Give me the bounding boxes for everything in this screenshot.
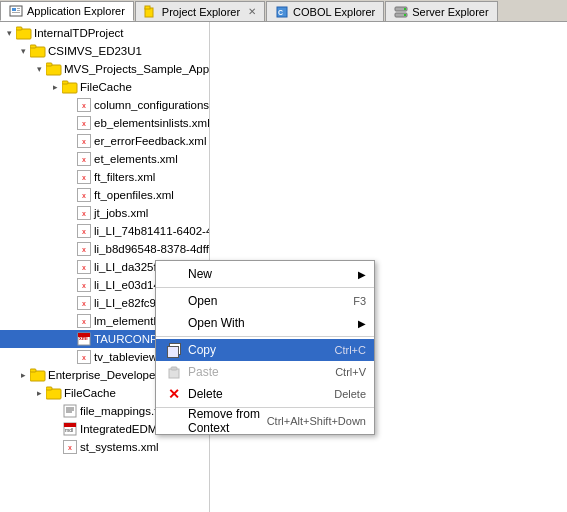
svg-rect-4	[12, 12, 20, 13]
remove-context-shortcut: Ctrl+Alt+Shift+Down	[267, 415, 366, 427]
svg-rect-14	[16, 27, 22, 30]
expander-csimvs[interactable]: ▾	[16, 42, 30, 60]
expander-filecache[interactable]: ▸	[48, 78, 62, 96]
svg-rect-16	[30, 45, 36, 48]
delete-shortcut: Delete	[334, 388, 366, 400]
menu-label-open-with: Open With	[188, 316, 354, 330]
expander-enterprise[interactable]: ▸	[16, 366, 30, 384]
tree-item-ft-open[interactable]: x ft_openfiles.xml	[0, 186, 209, 204]
new-submenu-arrow: ▶	[358, 269, 366, 280]
paste-shortcut: Ctrl+V	[335, 366, 366, 378]
tree-label-eb-elem: eb_elementsinlists.xml	[94, 117, 210, 129]
tree-item-jt-jobs[interactable]: x jt_jobs.xml	[0, 204, 209, 222]
tree-label-enterprise: Enterprise_Developer	[48, 369, 159, 381]
tree-item-er-error[interactable]: x er_errorFeedback.xml	[0, 132, 209, 150]
cobol-explorer-icon: C	[275, 5, 289, 19]
tree-label-li-74b: li_LI_74b81411-6402-47e1-a8c6-59223010d7…	[94, 225, 210, 237]
svg-rect-27	[46, 387, 52, 390]
xml-icon-li-e82: x	[76, 295, 92, 311]
menu-item-open-with[interactable]: Open With ▶	[156, 312, 374, 334]
app-explorer-icon	[9, 4, 23, 18]
menu-item-copy[interactable]: Copy Ctrl+C	[156, 339, 374, 361]
tree-label-er-error: er_errorFeedback.xml	[94, 135, 206, 147]
svg-point-11	[404, 8, 406, 10]
tab-server-explorer-label: Server Explorer	[412, 6, 488, 18]
xml-icon-et-elem: x	[76, 151, 92, 167]
menu-label-paste: Paste	[188, 365, 335, 379]
expander-root[interactable]: ▾	[2, 24, 16, 42]
tree-item-et-elem[interactable]: x et_elements.xml	[0, 150, 209, 168]
folder-icon-filecache	[62, 79, 78, 95]
tree-label-filecache2: FileCache	[64, 387, 116, 399]
svg-rect-18	[46, 63, 52, 66]
menu-label-remove-context: Remove from Context	[188, 407, 267, 435]
svg-rect-1	[12, 8, 16, 11]
tab-close-icon[interactable]: ✕	[248, 6, 256, 17]
tree-item-eb-elem[interactable]: x eb_elementsinlists.xml	[0, 114, 209, 132]
tab-app-explorer[interactable]: Application Explorer	[0, 1, 134, 21]
paste-icon	[164, 365, 184, 379]
tree-item-st-sys[interactable]: x st_systems.xml	[0, 438, 209, 456]
tree-item-mvs[interactable]: ▾ MVS_Projects_Sample_Application	[0, 60, 209, 78]
txt-icon-file-map	[62, 403, 78, 419]
tree-label-mvs: MVS_Projects_Sample_Application	[64, 63, 210, 75]
menu-label-open: Open	[188, 294, 353, 308]
svg-rect-2	[17, 8, 20, 9]
svg-point-12	[404, 14, 406, 16]
tab-project-explorer-label: Project Explorer	[162, 6, 240, 18]
menu-item-delete[interactable]: ✕ Delete Delete	[156, 383, 374, 405]
xml-icon-jt-jobs: x	[76, 205, 92, 221]
copy-shortcut: Ctrl+C	[335, 344, 366, 356]
main-panel: ▾ InternalTDProject ▾ CSIMVS_ED23U1	[0, 22, 567, 512]
menu-label-delete: Delete	[188, 387, 334, 401]
menu-label-new: New	[188, 267, 354, 281]
xml-icon-li-da3: x	[76, 259, 92, 275]
xml-icon-column-conf: x	[76, 97, 92, 113]
svg-rect-3	[17, 10, 20, 11]
folder-icon-mvs	[46, 61, 62, 77]
folder-icon-enterprise	[30, 367, 46, 383]
expander-mvs[interactable]: ▾	[32, 60, 46, 78]
menu-label-copy: Copy	[188, 343, 335, 357]
tree-label-ft-filters: ft_filters.xml	[94, 171, 155, 183]
menu-item-paste[interactable]: Paste Ctrl+V	[156, 361, 374, 383]
tree-item-ft-filters[interactable]: x ft_filters.xml	[0, 168, 209, 186]
tree-item-li-74b[interactable]: x li_LI_74b81411-6402-47e1-a8c6-59223010…	[0, 222, 209, 240]
tab-bar: Application Explorer Project Explorer ✕ …	[0, 0, 567, 22]
svg-rect-6	[145, 6, 150, 9]
tab-cobol-explorer-label: COBOL Explorer	[293, 6, 375, 18]
tree-item-csimvs[interactable]: ▾ CSIMVS_ED23U1	[0, 42, 209, 60]
tree-label-jt-jobs: jt_jobs.xml	[94, 207, 148, 219]
tree-item-filecache[interactable]: ▸ FileCache	[0, 78, 209, 96]
svg-rect-36	[171, 367, 177, 370]
menu-item-remove-context[interactable]: Remove from Context Ctrl+Alt+Shift+Down	[156, 410, 374, 432]
project-explorer-icon	[144, 5, 158, 19]
expander-filecache2[interactable]: ▸	[32, 384, 46, 402]
svg-rect-28	[64, 405, 76, 417]
svg-text:C: C	[278, 9, 283, 16]
tree-label-filecache: FileCache	[80, 81, 132, 93]
tab-cobol-explorer[interactable]: C COBOL Explorer	[266, 1, 384, 21]
xml-icon-tv-table: x	[76, 349, 92, 365]
tree-label-root: InternalTDProject	[34, 27, 123, 39]
tree-item-column-conf[interactable]: x column_configurations.xml	[0, 96, 209, 114]
xml-special-icon-taurconf: xml	[76, 331, 92, 347]
xml-icon-ft-filters: x	[76, 169, 92, 185]
tab-project-explorer[interactable]: Project Explorer ✕	[135, 1, 265, 21]
menu-divider-1	[156, 287, 374, 288]
copy-icon	[164, 343, 184, 357]
tree-item-root[interactable]: ▾ InternalTDProject	[0, 24, 209, 42]
tree-label-csimvs: CSIMVS_ED23U1	[48, 45, 142, 57]
tree-label-column-conf: column_configurations.xml	[94, 99, 210, 111]
open-with-submenu-arrow: ▶	[358, 318, 366, 329]
menu-divider-2	[156, 336, 374, 337]
svg-text:xml: xml	[79, 335, 88, 341]
tree-item-li-b8d[interactable]: x li_b8d96548-8378-4dff-bb83-9a5be4cae2d…	[0, 240, 209, 258]
menu-item-new[interactable]: New ▶	[156, 263, 374, 285]
folder-icon-csimvs	[30, 43, 46, 59]
menu-item-open[interactable]: Open F3	[156, 290, 374, 312]
xml-icon-li-b8d: x	[76, 241, 92, 257]
tab-app-explorer-label: Application Explorer	[27, 5, 125, 17]
server-explorer-icon	[394, 5, 408, 19]
tab-server-explorer[interactable]: Server Explorer	[385, 1, 497, 21]
